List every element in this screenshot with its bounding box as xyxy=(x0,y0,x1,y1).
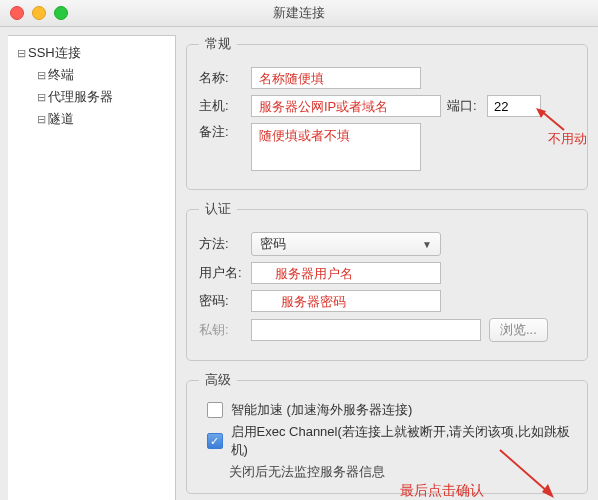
sidebar-item-tunnel[interactable]: ⊟ 隧道 xyxy=(8,108,175,130)
zoom-icon[interactable] xyxy=(54,6,68,20)
method-label: 方法: xyxy=(199,235,251,253)
key-label: 私钥: xyxy=(199,321,251,339)
sidebar-item-terminal[interactable]: ⊟ 终端 xyxy=(8,64,175,86)
sidebar-item-proxy[interactable]: ⊟ 代理服务器 xyxy=(8,86,175,108)
user-input[interactable] xyxy=(251,262,441,284)
sidebar-item-label: 终端 xyxy=(48,66,74,84)
name-input[interactable] xyxy=(251,67,421,89)
chevron-down-icon: ▼ xyxy=(422,239,432,250)
browse-button: 浏览... xyxy=(489,318,548,342)
advanced-legend: 高级 xyxy=(199,371,237,389)
port-input[interactable] xyxy=(487,95,541,117)
remark-input[interactable] xyxy=(251,123,421,171)
general-legend: 常规 xyxy=(199,35,237,53)
pwd-input[interactable] xyxy=(251,290,441,312)
general-group: 常规 名称: 名称随便填 主机: 服务器公网IP或者域名 端口: xyxy=(186,35,588,190)
auth-group: 认证 方法: 密码 ▼ 用户名: 服务器用户名 密码: xyxy=(186,200,588,361)
key-input xyxy=(251,319,481,341)
host-label: 主机: xyxy=(199,97,251,115)
remark-label: 备注: xyxy=(199,123,251,141)
disclosure-minus-icon: ⊟ xyxy=(34,69,48,82)
host-input[interactable] xyxy=(251,95,441,117)
svg-marker-1 xyxy=(536,108,546,118)
disclosure-minus-icon: ⊟ xyxy=(14,47,28,60)
disclosure-minus-icon: ⊟ xyxy=(34,91,48,104)
window: 新建连接 ⊟ SSH连接 ⊟ 终端 ⊟ 代理服务器 ⊟ 隧道 常规 xyxy=(0,0,598,500)
svg-marker-3 xyxy=(542,484,554,498)
svg-line-2 xyxy=(500,450,548,492)
checkbox-unchecked-icon xyxy=(207,402,223,418)
accel-checkbox-row[interactable]: 智能加速 (加速海外服务器连接) xyxy=(207,401,575,419)
checkbox-checked-icon xyxy=(207,433,223,449)
titlebar: 新建连接 xyxy=(0,0,598,27)
final-annotation: 最后点击确认 xyxy=(400,482,484,500)
arrow-annotation-icon xyxy=(498,448,568,498)
auth-legend: 认证 xyxy=(199,200,237,218)
traffic-lights xyxy=(10,6,68,20)
body: ⊟ SSH连接 ⊟ 终端 ⊟ 代理服务器 ⊟ 隧道 常规 名称: xyxy=(0,27,598,500)
sidebar-item-ssh[interactable]: ⊟ SSH连接 xyxy=(8,42,175,64)
pwd-label: 密码: xyxy=(199,292,251,310)
main-panel: 常规 名称: 名称随便填 主机: 服务器公网IP或者域名 端口: xyxy=(176,27,598,500)
method-value: 密码 xyxy=(260,235,286,253)
sidebar: ⊟ SSH连接 ⊟ 终端 ⊟ 代理服务器 ⊟ 隧道 xyxy=(8,35,176,500)
port-annotation: 不用动 xyxy=(548,130,587,148)
disclosure-minus-icon: ⊟ xyxy=(34,113,48,126)
sidebar-item-label: 代理服务器 xyxy=(48,88,113,106)
accel-label: 智能加速 (加速海外服务器连接) xyxy=(231,401,412,419)
port-label: 端口: xyxy=(447,97,487,115)
user-label: 用户名: xyxy=(199,264,251,282)
sidebar-item-label: 隧道 xyxy=(48,110,74,128)
close-icon[interactable] xyxy=(10,6,24,20)
window-title: 新建连接 xyxy=(0,4,598,22)
name-label: 名称: xyxy=(199,69,251,87)
sidebar-item-label: SSH连接 xyxy=(28,44,81,62)
minimize-icon[interactable] xyxy=(32,6,46,20)
method-select[interactable]: 密码 ▼ xyxy=(251,232,441,256)
